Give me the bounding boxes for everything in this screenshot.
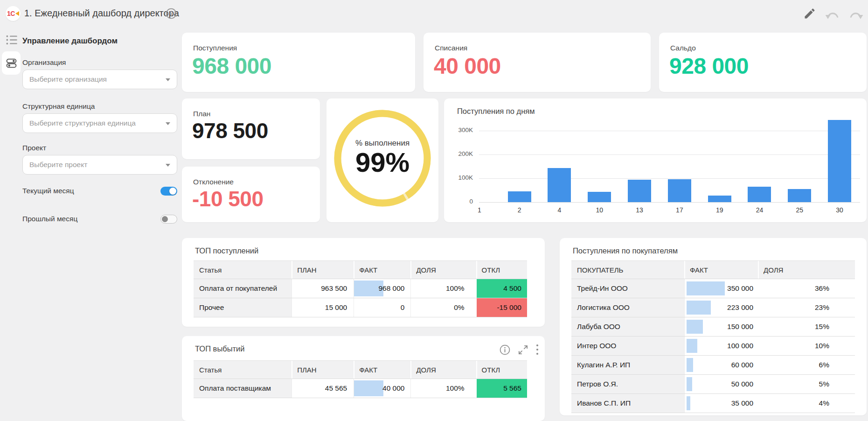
share-cell: 36% bbox=[758, 279, 855, 298]
table-title: Поступления по покупателям bbox=[573, 246, 678, 255]
bar-day-19[interactable] bbox=[708, 196, 731, 202]
customer-cell: Логистика ООО bbox=[571, 298, 684, 317]
fact-value: 40 000 bbox=[382, 384, 404, 393]
fact-cell: 40 000 bbox=[354, 379, 410, 398]
kpi-label: Поступления bbox=[193, 44, 237, 52]
fact-value: 35 000 bbox=[731, 399, 753, 407]
dashboard-controls-tab[interactable] bbox=[2, 51, 21, 75]
x-tick-label: 2 bbox=[500, 206, 540, 214]
organization-select[interactable]: Выберите организация bbox=[22, 70, 177, 89]
table-row[interactable]: Логистика ООО223 00023% bbox=[571, 298, 855, 317]
fact-value: 50 000 bbox=[731, 380, 753, 388]
kpi-value: 968 000 bbox=[192, 53, 271, 79]
1c-logo: 1С bbox=[6, 6, 21, 21]
project-select[interactable]: Выберите проект bbox=[22, 155, 177, 175]
x-tick-label: 4 bbox=[540, 206, 580, 214]
plan-label: План bbox=[193, 110, 210, 118]
fact-value: 100 000 bbox=[727, 342, 753, 350]
structural-unit-select[interactable]: Выберите структурная единица bbox=[22, 113, 177, 133]
share-cell: 100% bbox=[410, 379, 476, 398]
plan-cell: 963 500 bbox=[292, 279, 354, 298]
customers-card: Поступления по покупателям ПОКУПАТЕЛЬФАК… bbox=[560, 238, 867, 415]
fact-cell: 35 000 bbox=[684, 394, 758, 413]
list-icon[interactable] bbox=[6, 34, 18, 46]
article-cell: Оплата от покупателей bbox=[194, 279, 292, 298]
previous-month-toggle[interactable] bbox=[160, 215, 177, 224]
table-row[interactable]: Оплата поставщикам45 56540 000100%5 565 bbox=[194, 379, 527, 398]
dashboard-root: 1С 1. Ежедневный дашборд директора Управ… bbox=[0, 0, 868, 421]
table-row[interactable]: Лабуба ООО150 00015% bbox=[571, 317, 855, 337]
column-header: ПЛАН bbox=[292, 361, 354, 379]
bar-day-13[interactable] bbox=[628, 180, 651, 202]
bar-day-17[interactable] bbox=[668, 179, 691, 202]
column-header: ДОЛЯ bbox=[410, 261, 476, 279]
table-row[interactable]: Петров О.Я.50 0005% bbox=[571, 375, 855, 394]
bar-day-4[interactable] bbox=[548, 168, 571, 202]
gauge-card: % выполнения 99% bbox=[326, 98, 438, 222]
share-cell: 6% bbox=[758, 356, 855, 374]
share-cell: 23% bbox=[758, 298, 855, 317]
x-tick-label: 25 bbox=[779, 206, 819, 214]
fact-value: 0 bbox=[401, 303, 405, 312]
plan-value: 978 500 bbox=[192, 118, 268, 143]
plan-card: План 978 500 bbox=[182, 98, 320, 159]
table-row[interactable]: Трейд-Ин ООО350 00036% bbox=[571, 279, 855, 298]
kebab-menu-icon[interactable] bbox=[535, 344, 539, 356]
info-icon[interactable] bbox=[499, 344, 511, 356]
fact-cell: 350 000 bbox=[684, 279, 758, 298]
deviation-cell: -15 000 bbox=[476, 298, 527, 317]
expand-icon[interactable] bbox=[518, 344, 528, 355]
deviation-card: Отклонение -10 500 bbox=[182, 167, 320, 222]
table-row[interactable]: Прочее15 00000%-15 000 bbox=[194, 298, 527, 317]
chevron-down-icon bbox=[166, 78, 170, 81]
bar-slot: 24 bbox=[740, 116, 780, 202]
bar-slot: 13 bbox=[619, 116, 660, 202]
bar-series: 12410131719242530 bbox=[459, 116, 860, 202]
current-month-toggle[interactable] bbox=[160, 187, 177, 196]
bar-day-2[interactable] bbox=[508, 191, 531, 202]
bar-day-30[interactable] bbox=[828, 120, 851, 202]
kpi-card-receipts: Поступления 968 000 bbox=[182, 33, 415, 92]
redo-icon[interactable] bbox=[848, 9, 864, 20]
x-tick-label: 30 bbox=[819, 206, 860, 214]
x-tick-label: 1 bbox=[459, 206, 500, 214]
daily-bar-plot: 0100K200K300K12410131719242530 bbox=[444, 98, 867, 222]
deviation-cell: 4 500 bbox=[476, 279, 527, 298]
chevron-down-icon bbox=[166, 122, 170, 125]
table-header-row: СтатьяПЛАНФАКТДОЛЯОТКЛ bbox=[194, 360, 527, 379]
bar-day-25[interactable] bbox=[788, 189, 811, 202]
project-placeholder: Выберите проект bbox=[29, 161, 87, 169]
fact-databar bbox=[687, 320, 703, 334]
toggle-knob bbox=[162, 216, 168, 222]
table-title: ТОП поступлений bbox=[195, 246, 258, 255]
column-header: ПОКУПАТЕЛЬ bbox=[571, 261, 684, 279]
fact-cell: 50 000 bbox=[684, 375, 758, 393]
table-row[interactable]: Иванов С.П. ИП35 0004% bbox=[571, 394, 855, 413]
bar-slot: 4 bbox=[540, 116, 580, 202]
x-tick-label: 17 bbox=[660, 206, 700, 214]
fact-value: 350 000 bbox=[727, 284, 753, 293]
unit-placeholder: Выберите структурная единица bbox=[29, 119, 136, 127]
x-tick-label: 10 bbox=[579, 206, 619, 214]
undo-icon[interactable] bbox=[825, 9, 840, 20]
organization-placeholder: Выберите организация bbox=[29, 75, 107, 84]
column-header: ФАКТ bbox=[354, 261, 410, 279]
fact-cell: 968 000 bbox=[354, 279, 410, 298]
table-row[interactable]: Интер ООО100 00010% bbox=[571, 337, 855, 356]
table-row[interactable]: Оплата от покупателей963 500968 000100%4… bbox=[194, 279, 527, 298]
share-cell: 10% bbox=[758, 337, 855, 355]
x-tick-label: 13 bbox=[619, 206, 660, 214]
info-icon[interactable] bbox=[165, 7, 177, 20]
bar-day-24[interactable] bbox=[748, 187, 771, 202]
chevron-down-icon bbox=[166, 164, 170, 167]
share-cell: 100% bbox=[410, 279, 476, 298]
x-tick-label: 19 bbox=[700, 206, 740, 214]
bar-day-10[interactable] bbox=[588, 192, 611, 202]
table-header-row: СтатьяПЛАНФАКТДОЛЯОТКЛ bbox=[194, 260, 527, 279]
bar-slot: 17 bbox=[660, 116, 700, 202]
customer-cell: Иванов С.П. ИП bbox=[571, 394, 684, 413]
kpi-label: Списания bbox=[435, 44, 467, 52]
kpi-card-balance: Сальдо 928 000 bbox=[659, 33, 867, 92]
edit-pencil-icon[interactable] bbox=[803, 7, 816, 20]
table-row[interactable]: Кулагин А.Р. ИП60 0006% bbox=[571, 356, 855, 375]
